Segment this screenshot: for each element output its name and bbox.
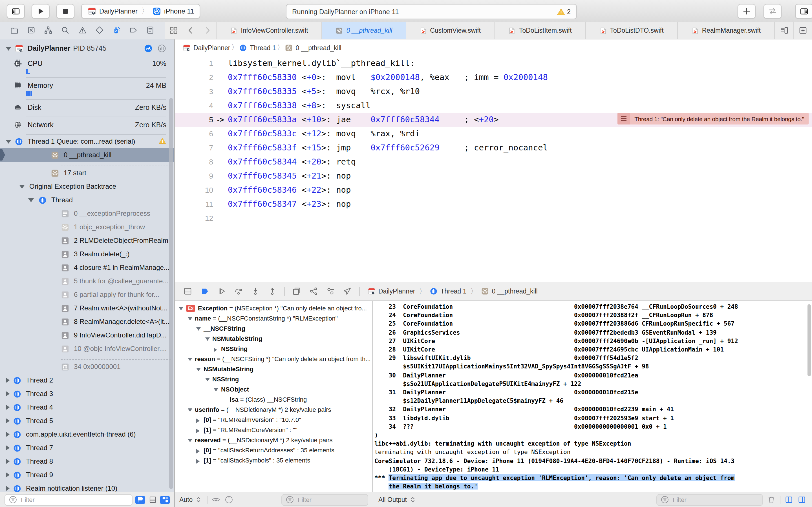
code-line[interactable]: 100x7fff60c58346 <+22>: nop — [175, 183, 812, 197]
disclosure-triangle[interactable] — [214, 347, 217, 352]
variable-row[interactable]: NSString — [175, 374, 372, 384]
code-line[interactable]: 90x7fff60c58345 <+21>: nop — [175, 169, 812, 183]
console-filter-input[interactable] — [672, 496, 759, 504]
navigator-tab-issues[interactable] — [78, 25, 87, 36]
show-only-running-button[interactable] — [148, 496, 157, 504]
navigator-tab-folder[interactable] — [10, 25, 18, 36]
process-row[interactable]: DailyPlanner PID 85745 — [0, 41, 174, 56]
code-line[interactable]: 1libsystem_kernel.dylib`__pthread_kill: — [175, 56, 812, 70]
thread-row[interactable]: Thread 4 — [0, 400, 174, 414]
stack-frame-row[interactable]: 8 RealmManager.delete<A>(it... — [0, 315, 174, 328]
code-line[interactable]: 80x7fff60c58344 <+20>: retq — [175, 155, 812, 169]
info-icon[interactable] — [224, 495, 233, 504]
code-line[interactable]: 12 — [175, 211, 812, 225]
variable-row[interactable]: isa = (Class) __NSCFString — [175, 394, 372, 404]
variables-filter-input[interactable] — [297, 496, 364, 504]
navigator-tab-symbols[interactable] — [44, 25, 53, 36]
disclosure-triangle[interactable] — [6, 139, 11, 144]
thread-row[interactable]: com.apple.uikit.eventfetch-thread (6) — [0, 428, 174, 441]
variable-row[interactable]: NSObject — [175, 384, 372, 394]
back-button[interactable] — [182, 22, 199, 39]
editor-tab-5[interactable]: ToDoListDTO.swift — [586, 22, 678, 39]
memory-graph-button[interactable] — [306, 285, 321, 297]
stack-frame-row[interactable]: 7 Realm.write<A>(withoutNot... — [0, 301, 174, 315]
backtrace-group-row[interactable]: Original Exception Backtrace — [0, 180, 174, 193]
step-into-button[interactable] — [248, 285, 263, 297]
navigator-tab-search[interactable] — [61, 25, 70, 36]
thread-row[interactable]: Thread 8 — [0, 455, 174, 468]
navigator-tab-report[interactable] — [146, 25, 154, 36]
gauge-network[interactable]: NetworkZero KB/s — [13, 117, 174, 135]
variable-row[interactable]: [1] = "callStackSymbols" : 35 elements — [175, 455, 372, 465]
variable-row[interactable]: ExException = (NSException *) "Can only … — [175, 303, 372, 313]
variable-row[interactable]: reserved = (__NSDictionaryM *) 2 key/val… — [175, 435, 372, 445]
thread-row[interactable]: Thread 3 — [0, 387, 174, 400]
stack-frame-row[interactable]: 34 0x00000001 — [0, 360, 174, 374]
gauge-disk[interactable]: DiskZero KB/s — [13, 100, 174, 117]
console-scrollbar[interactable] — [808, 304, 811, 376]
editor-breadcrumb-item[interactable]: 0 __pthread_kill — [285, 44, 341, 52]
step-out-button[interactable] — [265, 285, 280, 297]
variable-row[interactable]: name = (__NSCFConstantString *) "RLMExce… — [175, 313, 372, 323]
hide-debug-area-button[interactable] — [181, 285, 195, 297]
disclosure-triangle[interactable] — [196, 429, 200, 433]
disassembly-editor[interactable]: 1libsystem_kernel.dylib`__pthread_kill:2… — [175, 56, 812, 282]
stack-frame-row[interactable]: 0 __exceptionPreprocess — [0, 207, 174, 220]
disclosure-triangle[interactable] — [205, 378, 209, 381]
variable-row[interactable]: NSMutableString — [175, 334, 372, 344]
disclosure-triangle[interactable] — [196, 368, 201, 371]
warning-badge[interactable]: 2 — [556, 7, 571, 16]
disclosure-triangle[interactable] — [196, 459, 200, 463]
view-hierarchy-button[interactable] — [289, 285, 304, 297]
variable-row[interactable]: NSMutableString — [175, 364, 372, 374]
thread-row[interactable]: Thread 9 — [0, 468, 174, 482]
exception-banner[interactable]: Thread 1: "Can only delete an object fro… — [617, 113, 809, 124]
trash-icon[interactable] — [767, 495, 776, 504]
editor-breadcrumb-item[interactable]: Thread 1 — [239, 44, 276, 52]
disclosure-triangle[interactable] — [6, 486, 10, 491]
disclosure-triangle[interactable] — [196, 449, 200, 453]
add-editor-button[interactable] — [794, 22, 812, 39]
disclosure-triangle[interactable] — [196, 327, 201, 331]
breakpoints-toggle-button[interactable] — [197, 285, 212, 297]
simulate-location-button[interactable] — [340, 285, 355, 297]
tab-overview-button[interactable] — [165, 22, 182, 39]
navigator-toggle-button[interactable] — [7, 4, 25, 18]
disclosure-triangle[interactable] — [28, 198, 34, 202]
console-pane-right-icon[interactable] — [797, 495, 806, 504]
thread-row[interactable]: Thread 5 — [0, 414, 174, 428]
editor-tab-3[interactable]: CustomView.swift — [406, 22, 495, 39]
code-line[interactable]: 30x7fff60c58335 <+5>: movq %rcx, %r10 — [175, 84, 812, 99]
stack-frame-row[interactable]: 3 Realm.delete(_:) — [0, 247, 174, 261]
forward-button[interactable] — [199, 22, 216, 39]
code-line[interactable]: 60x7fff60c5833c <+12>: movq %rax, %rdi — [175, 127, 812, 141]
disclosure-triangle[interactable] — [6, 404, 10, 410]
disclosure-triangle[interactable] — [188, 408, 192, 412]
disclosure-triangle[interactable] — [188, 317, 192, 321]
continue-button[interactable] — [214, 285, 229, 297]
thread-row[interactable]: Thread — [0, 193, 174, 207]
variables-scope-selector[interactable]: Auto — [179, 495, 203, 504]
editor-tab-6[interactable]: RealmManager.swift — [678, 22, 775, 39]
variable-row[interactable]: userInfo = (__NSDictionaryM *) 2 key/val… — [175, 404, 372, 414]
editor-tab-2[interactable]: 0 __pthread_kill — [322, 22, 406, 39]
console-scope-selector[interactable]: All Output — [378, 495, 417, 504]
console-pane-left-icon[interactable] — [784, 495, 794, 504]
code-line[interactable]: 40x7fff60c58338 <+8>: syscall — [175, 99, 812, 113]
editor-tab-1[interactable]: InfoViewController.swift — [216, 22, 322, 39]
debug-breadcrumb-item[interactable]: 0 __pthread_kill — [481, 287, 538, 295]
variable-row[interactable]: NSString — [175, 344, 372, 354]
disclosure-triangle[interactable] — [6, 459, 10, 464]
navigator-tab-debug[interactable] — [112, 25, 121, 36]
step-over-button[interactable] — [231, 285, 246, 297]
inspector-toggle-button[interactable] — [795, 4, 812, 18]
debug-breadcrumb-item[interactable]: DailyPlanner — [368, 287, 415, 295]
code-line[interactable]: 20x7fff60c58330 <+0>: movl $0x2000148, %… — [175, 70, 812, 84]
adjust-editor-button[interactable] — [775, 22, 794, 39]
editor-tab-4[interactable]: ToDoListItem.swift — [495, 22, 586, 39]
environment-overrides-button[interactable] — [323, 285, 338, 297]
stack-frame-row[interactable]: 0 __pthread_kill — [0, 148, 174, 162]
gauge-info-icon[interactable] — [144, 44, 153, 53]
thread-row[interactable]: Thread 1 Queue: com...read (serial) — [0, 135, 174, 148]
navigator-filter-input[interactable] — [20, 496, 129, 504]
